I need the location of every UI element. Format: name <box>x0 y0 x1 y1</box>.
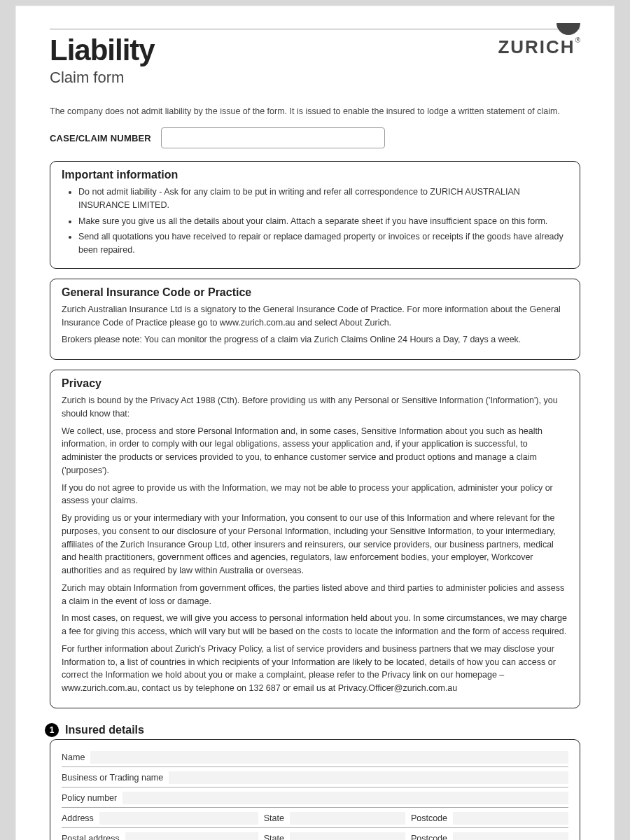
insured-details-box: Name Business or Trading name Policy num… <box>50 739 580 840</box>
state-label: State <box>264 813 284 823</box>
postal-postcode-input[interactable] <box>453 832 568 840</box>
name-input[interactable] <box>90 751 568 764</box>
postal-state-label: State <box>264 834 284 840</box>
privacy-paragraph: We collect, use, process and store Perso… <box>62 425 568 477</box>
case-number-label: CASE/CLAIM NUMBER <box>50 133 151 144</box>
code-paragraph: Zurich Australian Insurance Ltd is a sig… <box>62 303 568 330</box>
code-of-practice-box: General Insurance Code or Practice Zuric… <box>50 279 580 360</box>
code-heading: General Insurance Code or Practice <box>62 286 568 299</box>
case-number-row: CASE/CLAIM NUMBER <box>50 127 580 148</box>
policy-input[interactable] <box>122 792 568 804</box>
field-row-policy: Policy number <box>62 788 568 808</box>
postal-postcode-label: Postcode <box>411 834 447 840</box>
state-input[interactable] <box>290 812 405 825</box>
business-input[interactable] <box>169 771 568 784</box>
privacy-paragraph: Zurich may obtain Information from gover… <box>62 582 568 608</box>
section-number-badge: 1 <box>45 723 59 737</box>
privacy-paragraph: In most cases, on request, we will give … <box>62 612 568 638</box>
header-left: Liability Claim form <box>50 34 155 87</box>
business-label: Business or Trading name <box>62 773 163 783</box>
important-info-box: Important information Do not admit liabi… <box>50 161 580 269</box>
section-insured-details: 1 Insured details Name Business or Tradi… <box>50 724 580 840</box>
postcode-label: Postcode <box>411 813 447 823</box>
important-heading: Important information <box>62 169 568 181</box>
section-heading: Insured details <box>50 724 580 736</box>
policy-label: Policy number <box>62 793 117 803</box>
postal-label: Postal address <box>62 834 120 840</box>
privacy-heading: Privacy <box>62 377 568 390</box>
top-rule <box>50 29 580 29</box>
privacy-paragraph: For further information about Zurich's P… <box>62 643 568 695</box>
field-row-postal: Postal address State Postcode <box>62 828 568 840</box>
postal-state-input[interactable] <box>290 832 405 840</box>
page-subtitle: Claim form <box>50 69 155 87</box>
case-number-input[interactable] <box>161 127 385 148</box>
address-label: Address <box>62 813 94 823</box>
page: Liability Claim form ZURICH® The company… <box>15 6 615 840</box>
privacy-paragraph: Zurich is bound by the Privacy Act 1988 … <box>62 394 568 421</box>
important-item: Do not admit liability - Ask for any cla… <box>78 186 568 212</box>
page-title: Liability <box>50 34 155 67</box>
field-row-address: Address State Postcode <box>62 808 568 828</box>
brand-registered: ® <box>575 36 580 44</box>
name-label: Name <box>62 752 85 762</box>
code-paragraph: Brokers please note: You can monitor the… <box>62 333 568 346</box>
postal-input[interactable] <box>125 832 258 840</box>
field-row-business: Business or Trading name <box>62 767 568 788</box>
postcode-input[interactable] <box>453 812 568 825</box>
header: Liability Claim form ZURICH® <box>50 34 580 87</box>
intro-text: The company does not admit liability by … <box>50 106 580 116</box>
important-item: Send all quotations you have received to… <box>78 230 568 257</box>
brand-name: ZURICH <box>498 36 575 57</box>
privacy-box: Privacy Zurich is bound by the Privacy A… <box>50 370 580 708</box>
important-list: Do not admit liability - Ask for any cla… <box>62 186 568 257</box>
important-item: Make sure you give us all the details ab… <box>78 215 568 228</box>
field-row-name: Name <box>62 747 568 767</box>
brand-circle-icon <box>556 23 580 35</box>
brand-logo: ZURICH® <box>498 34 580 58</box>
privacy-paragraph: If you do not agree to provide us with t… <box>62 482 568 508</box>
privacy-paragraph: By providing us or your intermediary wit… <box>62 512 568 578</box>
address-input[interactable] <box>99 812 258 825</box>
